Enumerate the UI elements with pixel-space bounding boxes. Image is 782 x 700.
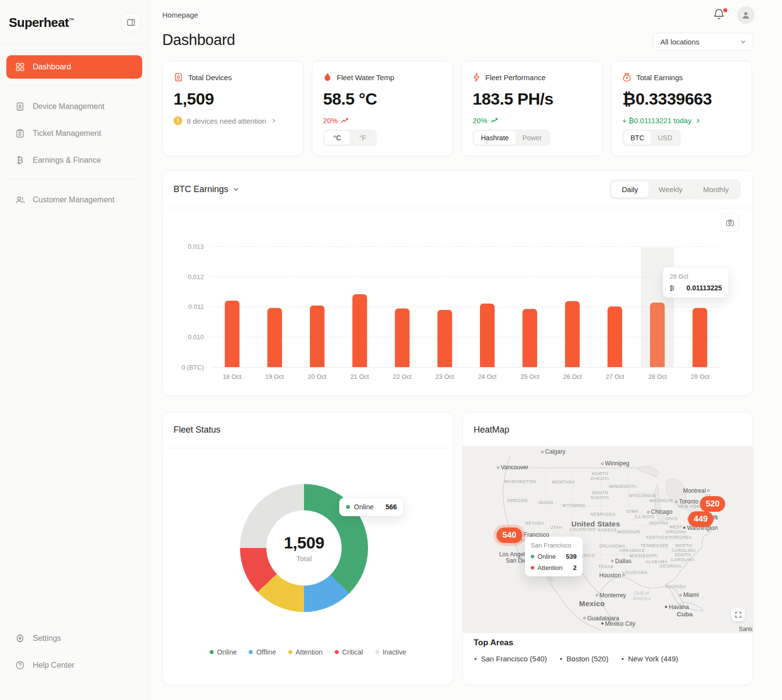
heatmap-title: HeatMap (463, 412, 753, 448)
tab-monthly[interactable]: Monthly (693, 181, 739, 197)
x-axis-tick-label: 27 Oct (606, 373, 624, 380)
y-gridline (211, 246, 721, 247)
earnings-bar-22-oct[interactable] (395, 308, 410, 367)
legend-item-offline[interactable]: Offline (249, 648, 276, 656)
fleet-total-value: 1,509 (284, 533, 325, 552)
expand-icon (735, 612, 741, 618)
heat-marker-449[interactable]: 449 (688, 511, 714, 527)
toggle-option-celsius[interactable]: °C (325, 131, 350, 145)
chart-snapshot-button[interactable] (721, 214, 739, 232)
location-filter-value: All locations (660, 38, 699, 46)
toggle-option-btc[interactable]: BTC (624, 131, 651, 145)
toggle-option-usd[interactable]: USD (651, 131, 679, 145)
fleet-total-label: Total (296, 554, 312, 563)
toggle-option-power[interactable]: Power (516, 131, 549, 145)
clipboard-icon (15, 128, 25, 139)
earnings-bar-20-oct[interactable] (310, 306, 325, 367)
sidebar-item-dashboard[interactable]: Dashboard (6, 55, 142, 79)
stat-value: 183.5 PH/s (473, 89, 591, 109)
camera-icon (726, 219, 734, 226)
earnings-today-link[interactable]: + ₿0.01113221 today (622, 116, 741, 125)
chart-title-dropdown[interactable]: BTC Earnings (174, 184, 239, 195)
breadcrumb[interactable]: Homepage (162, 11, 198, 19)
y-gridline (211, 337, 721, 337)
sidebar-item-earnings-finance[interactable]: ₿ Earnings & Finance (6, 149, 142, 172)
earnings-bar-23-oct[interactable] (437, 310, 452, 367)
page-title: Dashboard (162, 31, 235, 49)
tab-daily[interactable]: Daily (611, 181, 648, 197)
x-axis-tick-label: 22 Oct (393, 373, 412, 380)
donut-center: 1,509 Total (266, 510, 342, 586)
main-content: Homepage Dashboard All locations Total D… (149, 0, 782, 700)
x-axis-tick-label: 20 Oct (308, 373, 326, 380)
donut-tooltip: Online 566 (339, 498, 404, 516)
heat-marker-520[interactable]: 520 (700, 496, 725, 512)
offline-dot-icon (249, 650, 253, 654)
earnings-bar-18-oct[interactable] (225, 301, 239, 367)
metric-toggle: Hashrate Power (473, 130, 550, 146)
sidebar-item-help-center[interactable]: Help Center (6, 654, 142, 677)
unit-toggle: °C °F (323, 130, 377, 146)
legend-item-online[interactable]: Online (210, 648, 237, 656)
sidebar-item-device-management[interactable]: Device Management (6, 95, 142, 118)
tooltip-currency-symbol: ₿ (670, 284, 674, 292)
legend-label: Offline (256, 648, 276, 656)
legend-item-critical[interactable]: Critical (335, 648, 363, 656)
earnings-bar-27-oct[interactable] (608, 306, 622, 367)
earnings-bar-19-oct[interactable] (267, 308, 282, 367)
chart-title: BTC Earnings (174, 184, 228, 195)
tab-weekly[interactable]: Weekly (649, 181, 693, 197)
sidebar-section-divider (8, 179, 140, 179)
y-axis-tick-label: 0.012 (167, 273, 204, 280)
earnings-bar-28-oct[interactable] (650, 303, 665, 367)
earnings-bar-21-oct[interactable] (352, 294, 367, 367)
online-dot-icon (346, 505, 350, 509)
stat-label: Total Earnings (636, 73, 683, 82)
heat-marker-540[interactable]: 540 (497, 527, 522, 543)
legend-item-inactive[interactable]: Inactive (375, 648, 406, 656)
location-filter-select[interactable]: All locations (653, 33, 753, 51)
sidebar-item-ticket-management[interactable]: Ticket Management (6, 122, 142, 145)
earnings-bar-29-oct[interactable] (693, 308, 707, 367)
notifications-button[interactable] (713, 8, 728, 23)
sidebar-item-customer-management[interactable]: Customer Management (6, 188, 142, 212)
map-tooltip-city: San Francisco (531, 542, 577, 549)
y-axis-zero-label: 0 (BTC) (167, 364, 204, 371)
y-axis-tick-label: 0.011 (167, 303, 204, 310)
user-avatar[interactable] (737, 6, 755, 24)
tooltip-value: 0.01113225 (687, 284, 722, 292)
inactive-dot-icon (375, 650, 379, 654)
earnings-bar-25-oct[interactable] (522, 309, 537, 367)
y-gridline (211, 277, 721, 277)
stat-label: Fleet Performance (485, 73, 545, 82)
x-axis-tick-label: 28 Oct (648, 373, 667, 380)
heatmap-map[interactable]: San Francisco Online539 Attention2 Unite… (463, 446, 753, 633)
trademark-symbol: ™ (69, 17, 74, 23)
trend-up-icon (341, 117, 348, 124)
map-fullscreen-button[interactable] (731, 608, 745, 621)
sidebar-item-label: Customer Management (33, 196, 114, 204)
stat-note-text: 8 devices need attention (187, 117, 266, 125)
legend-label: Inactive (383, 648, 406, 656)
stat-value: 58.5 °C (323, 89, 442, 109)
earnings-bar-26-oct[interactable] (565, 301, 580, 367)
stat-value: 1,509 (174, 89, 292, 109)
stat-delta: 20% (323, 116, 442, 125)
devices-attention-link[interactable]: ! 8 devices need attention (174, 116, 292, 125)
stat-note-text: + ₿0.01113221 today (622, 116, 692, 125)
sidebar-item-settings[interactable]: Settings (6, 627, 142, 650)
y-gridline (211, 306, 721, 307)
sidebar-item-label: Help Center (33, 661, 74, 670)
stat-label: Total Devices (188, 73, 232, 82)
toggle-option-fahrenheit[interactable]: °F (350, 131, 375, 145)
top-areas-list: San Francisco (540)Boston (520)New York … (475, 655, 678, 663)
toggle-option-hashrate[interactable]: Hashrate (474, 131, 516, 145)
stat-label: Fleet Water Temp (337, 73, 394, 82)
btc-earnings-card: BTC Earnings Daily Weekly Monthly 0.0130… (162, 170, 753, 396)
online-dot-icon (210, 650, 214, 654)
sidebar-collapse-button[interactable] (121, 13, 141, 32)
earnings-bar-24-oct[interactable] (480, 304, 495, 367)
legend-item-attention[interactable]: Attention (288, 648, 323, 656)
x-axis-tick-label: 18 Oct (222, 373, 241, 380)
warning-icon: ! (174, 116, 182, 125)
